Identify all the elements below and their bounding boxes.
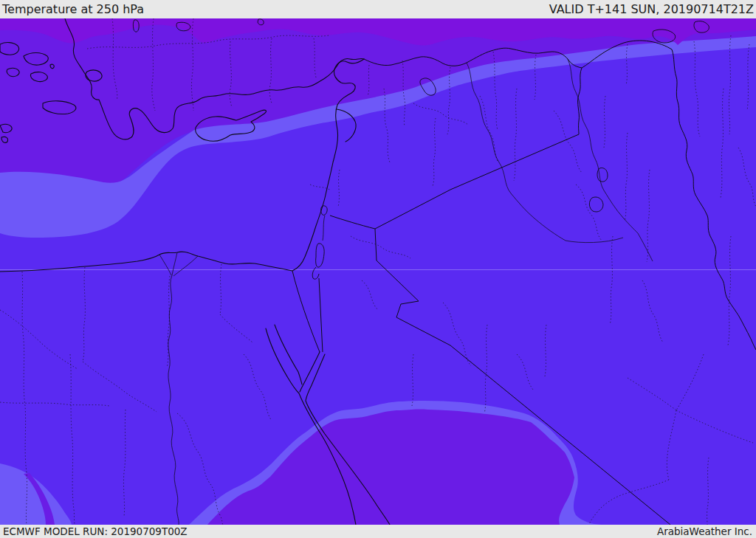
- weather-chart-window: Temperature at 250 hPa VALID T+141 SUN, …: [0, 0, 756, 538]
- map-canvas: [0, 18, 756, 525]
- map-title: Temperature at 250 hPa: [2, 2, 144, 16]
- footer-bar: ECMWF MODEL RUN: 20190709T00Z ArabiaWeat…: [0, 525, 756, 538]
- temperature-map-svg: [0, 18, 756, 525]
- header-bar: Temperature at 250 hPa VALID T+141 SUN, …: [0, 0, 756, 18]
- temperature-shading: [0, 18, 756, 525]
- model-run-label: ECMWF MODEL RUN: 20190709T00Z: [3, 525, 188, 537]
- valid-time-label: VALID T+141 SUN, 20190714T21Z: [549, 2, 754, 16]
- provider-credit-label: ArabiaWeather Inc.: [657, 525, 752, 537]
